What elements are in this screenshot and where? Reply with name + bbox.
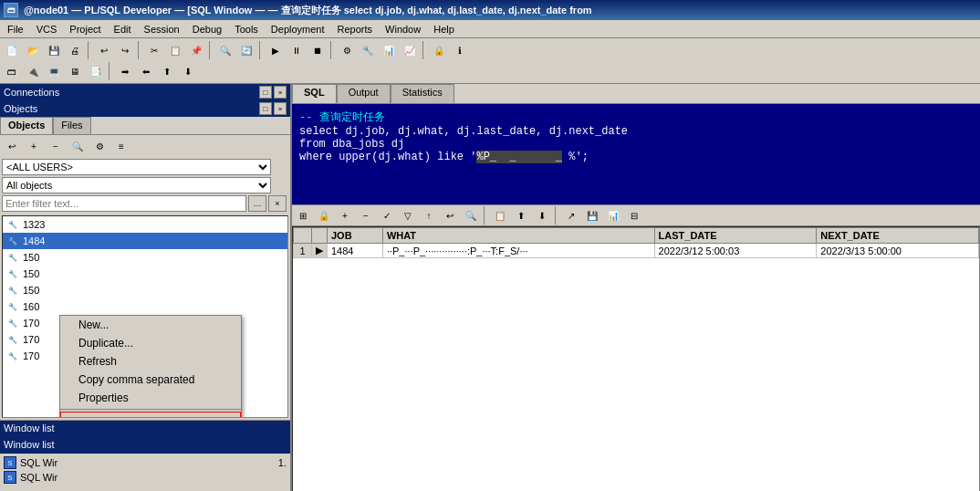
tb-btn-d[interactable]: ⚙ xyxy=(337,40,357,60)
menu-tools[interactable]: Tools xyxy=(229,23,264,36)
tb-btn-h[interactable]: 🔒 xyxy=(429,40,449,60)
sql-tb-grid2[interactable]: ⊟ xyxy=(624,205,644,225)
tb-open-btn[interactable]: 📂 xyxy=(23,40,43,60)
tb-new-btn[interactable]: 📄 xyxy=(2,40,22,60)
tb-save-btn[interactable]: 💾 xyxy=(44,40,64,60)
obj-toolbar-remove[interactable]: − xyxy=(46,136,66,156)
sql-tb-collapse[interactable]: ⬇ xyxy=(532,205,552,225)
ctx-duplicate[interactable]: Duplicate... xyxy=(60,334,241,352)
tab-statistics[interactable]: Statistics xyxy=(391,84,454,103)
filter-search-btn[interactable]: … xyxy=(248,195,266,212)
tb2-btn-f[interactable]: ➡ xyxy=(115,61,135,81)
tb2-btn-d[interactable]: 🖥 xyxy=(65,61,85,81)
sql-editor[interactable]: -- 查询定时任务 select dj.job, dj.what, dj.las… xyxy=(292,104,980,204)
filter-input[interactable] xyxy=(2,195,246,212)
menu-project[interactable]: Project xyxy=(64,23,106,36)
obj-toolbar-add[interactable]: + xyxy=(24,136,44,156)
tab-output[interactable]: Output xyxy=(337,84,391,103)
obj-toolbar-refresh[interactable]: ↩ xyxy=(2,136,22,156)
tab-files[interactable]: Files xyxy=(53,117,90,134)
col-what[interactable]: WHAT xyxy=(382,228,654,244)
tb2-btn-h[interactable]: ⬆ xyxy=(157,61,177,81)
list-item[interactable]: 🔧 150 xyxy=(3,282,287,298)
tb-copy-btn[interactable]: 📋 xyxy=(165,40,185,60)
tb-redo-btn[interactable]: ↪ xyxy=(115,40,135,60)
tb-btn-i[interactable]: ℹ xyxy=(450,40,470,60)
menu-file[interactable]: File xyxy=(2,23,29,36)
menu-help[interactable]: Help xyxy=(428,23,460,36)
menu-window[interactable]: Window xyxy=(380,23,426,36)
obj-toolbar-settings[interactable]: ⚙ xyxy=(89,136,109,156)
tb-find-btn[interactable]: 🔍 xyxy=(215,40,235,60)
menu-debug[interactable]: Debug xyxy=(187,23,227,36)
list-item[interactable]: 🔧 160 xyxy=(3,298,287,315)
sql-tb-copy-result[interactable]: 📋 xyxy=(490,205,510,225)
sql-tb-lock[interactable]: 🔒 xyxy=(314,205,334,225)
menu-deployment[interactable]: Deployment xyxy=(266,23,330,36)
tb-paste-btn[interactable]: 📌 xyxy=(186,40,206,60)
tb-btn-a[interactable]: ▶ xyxy=(266,40,286,60)
ctx-refresh[interactable]: Refresh xyxy=(60,352,241,371)
tb-cut-btn[interactable]: ✂ xyxy=(144,40,164,60)
toolbar-row-1: 📄 📂 💾 🖨 ↩ ↪ ✂ 📋 📌 🔍 🔄 ▶ ⏸ ⏹ ⚙ 🔧 📊 📈 🔒 ℹ xyxy=(2,40,978,60)
objects-type-select[interactable]: All objects xyxy=(2,177,271,193)
tab-sql[interactable]: SQL xyxy=(292,84,337,103)
tb-btn-g[interactable]: 📈 xyxy=(400,40,420,60)
menu-reports[interactable]: Reports xyxy=(332,23,379,36)
tb-btn-f[interactable]: 📊 xyxy=(379,40,399,60)
sql-tb-chart[interactable]: 📊 xyxy=(603,205,623,225)
col-next-date[interactable]: NEXT_DATE xyxy=(817,228,979,244)
sql-tb-refresh[interactable]: ↩ xyxy=(440,205,460,225)
tb-print-btn[interactable]: 🖨 xyxy=(65,40,85,60)
sql-tb-delete-row[interactable]: − xyxy=(356,205,376,225)
list-item[interactable]: 🔧 150 xyxy=(3,266,287,282)
ctx-copy-comma[interactable]: Copy comma separated xyxy=(60,371,241,389)
menu-vcs[interactable]: VCS xyxy=(31,23,63,36)
results-area[interactable]: JOB WHAT LAST_DATE NEXT_DATE 1 ▶ 1484 ··… xyxy=(292,226,980,491)
tb2-btn-b[interactable]: 🔌 xyxy=(23,61,43,81)
window-list-item-2[interactable]: S SQL Wir xyxy=(2,470,288,485)
sql-tb-filter[interactable]: ▽ xyxy=(398,205,418,225)
tb2-btn-g[interactable]: ⬅ xyxy=(136,61,156,81)
ctx-new[interactable]: New... xyxy=(60,316,241,334)
sql-tb-grid[interactable]: ⊞ xyxy=(293,205,313,225)
tb-undo-btn[interactable]: ↩ xyxy=(94,40,114,60)
list-item[interactable]: 🔧 1484 xyxy=(3,233,287,249)
tb2-btn-i[interactable]: ⬇ xyxy=(178,61,198,81)
col-job[interactable]: JOB xyxy=(328,228,383,244)
tb-btn-b[interactable]: ⏸ xyxy=(287,40,307,60)
ctx-view[interactable]: View xyxy=(61,413,240,418)
tb2-btn-e[interactable]: 📑 xyxy=(86,61,106,81)
obj-btn-pin[interactable]: × xyxy=(274,102,287,115)
tab-objects[interactable]: Objects xyxy=(0,117,53,134)
conn-btn-pin[interactable]: × xyxy=(274,86,287,99)
obj-toolbar-find[interactable]: 🔍 xyxy=(68,136,88,156)
col-last-date[interactable]: LAST_DATE xyxy=(654,228,817,244)
sql-tb-save-result[interactable]: 💾 xyxy=(582,205,602,225)
objects-list[interactable]: 🔧 1323 🔧 1484 🔧 150 🔧 150 🔧 150 🔧 16 xyxy=(2,215,288,418)
sql-tb-check[interactable]: ✓ xyxy=(377,205,397,225)
tb2-btn-a[interactable]: 🗃 xyxy=(2,61,22,81)
menu-edit[interactable]: Edit xyxy=(109,23,137,36)
conn-btn-dock[interactable]: □ xyxy=(259,86,272,99)
tb2-btn-c[interactable]: 💻 xyxy=(44,61,64,81)
objects-bar-btns: □ × xyxy=(259,102,287,115)
filter-clear-btn[interactable]: × xyxy=(268,195,287,212)
list-item[interactable]: 🔧 1323 xyxy=(3,216,287,233)
obj-toolbar-more[interactable]: ≡ xyxy=(111,136,131,156)
menu-session[interactable]: Session xyxy=(139,23,185,36)
tb-replace-btn[interactable]: 🔄 xyxy=(236,40,256,60)
sql-tb-sort-asc[interactable]: ↑ xyxy=(419,205,439,225)
user-select[interactable]: <ALL USERS> xyxy=(2,159,271,175)
sql-tb-expand[interactable]: ⬆ xyxy=(511,205,531,225)
ctx-properties[interactable]: Properties xyxy=(60,389,241,407)
sql-tb-find[interactable]: 🔍 xyxy=(461,205,481,225)
window-list-item-1[interactable]: S SQL Wir 1. xyxy=(2,455,288,470)
list-item[interactable]: 🔧 150 xyxy=(3,249,287,266)
sql-tb-add-row[interactable]: + xyxy=(335,205,355,225)
obj-btn-dock[interactable]: □ xyxy=(259,102,272,115)
tb-btn-e[interactable]: 🔧 xyxy=(358,40,378,60)
sql-tb-export[interactable]: ↗ xyxy=(561,205,581,225)
tb-btn-c[interactable]: ⏹ xyxy=(308,40,328,60)
table-row[interactable]: 1 ▶ 1484 ··P_···P_···············:P_···T… xyxy=(294,244,979,258)
